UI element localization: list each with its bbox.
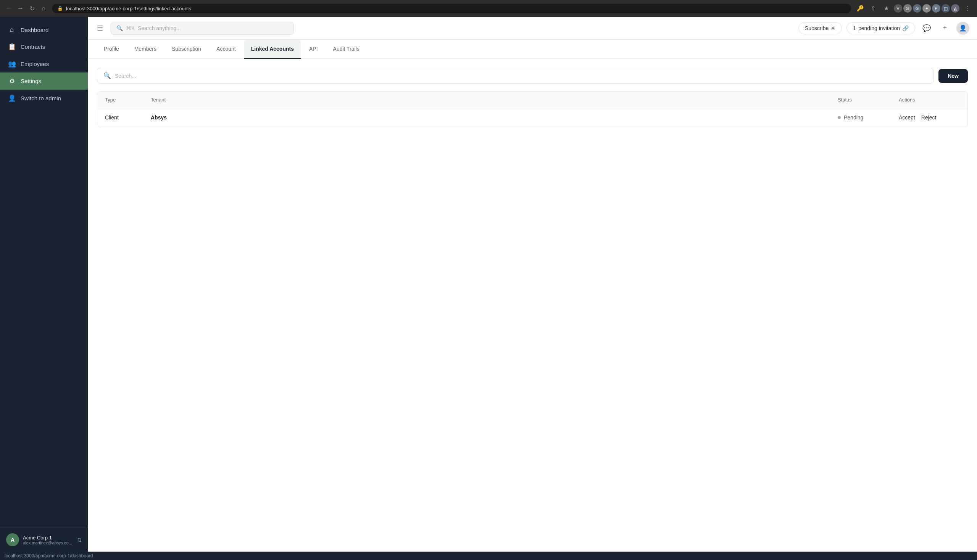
reload-button[interactable]: ↻ [27,4,37,13]
ext-icon-2[interactable]: S [904,4,912,13]
ext-icon-1[interactable]: V [894,4,902,13]
tab-members[interactable]: Members [127,40,163,59]
search-icon-sm: 🔍 [104,72,111,79]
url-text: localhost:3000/app/acme-corp-1/settings/… [66,6,191,12]
tab-linked-accounts[interactable]: Linked Accounts [244,40,301,59]
header-type: Type [105,97,151,103]
sidebar: ⌂ Dashboard 📋 Contracts 👥 Employees ⚙ Se… [0,17,88,552]
sidebar-item-employees[interactable]: 👥 Employees [0,55,88,72]
header-actions: Actions [899,97,960,103]
dashboard-icon: ⌂ [8,26,16,33]
accept-button[interactable]: Accept [899,115,915,120]
main-content: ☰ 🔍 Subscribe ✳ 1 pending invitation 🔗 💬… [88,17,977,552]
reject-button[interactable]: Reject [921,115,937,120]
table-row: Client Absys Pending Accept Reject [97,108,967,127]
ext-icon-6[interactable]: ◫ [942,4,950,13]
user-avatar-button[interactable]: 👤 [956,22,969,35]
sidebar-footer[interactable]: A Acme Corp 1 alex.martinez@absys.co... … [0,528,88,552]
linked-accounts-search-input[interactable] [115,73,927,79]
browser-nav-buttons: ← → ↻ ⌂ [5,4,48,13]
sidebar-footer-info: Acme Corp 1 alex.martinez@absys.co... [23,535,73,545]
sidebar-item-label-contracts: Contracts [21,43,45,50]
settings-icon: ⚙ [8,77,16,85]
sidebar-item-switch-admin[interactable]: 👤 Switch to admin [0,90,88,107]
header-status: Status [838,97,899,103]
global-search-bar[interactable]: 🔍 [111,22,294,35]
ext-icon-3[interactable]: G [913,4,921,13]
tab-account[interactable]: Account [209,40,243,59]
tab-api[interactable]: API [302,40,325,59]
browser-chrome: ← → ↻ ⌂ 🔒 localhost:3000/app/acme-corp-1… [0,0,977,17]
subscribe-button[interactable]: Subscribe ✳ [798,22,842,34]
ext-icon-7[interactable]: ◭ [951,4,959,13]
ext-icon-4[interactable]: ✦ [922,4,931,13]
share-btn[interactable]: ⇧ [868,3,878,14]
sidebar-item-label-settings: Settings [21,78,41,84]
tab-audit-trails[interactable]: Audit Trails [326,40,366,59]
sidebar-nav: ⌂ Dashboard 📋 Contracts 👥 Employees ⚙ Se… [0,17,88,528]
subscribe-label: Subscribe [805,25,828,31]
tab-profile[interactable]: Profile [97,40,126,59]
linked-accounts-table: Type Tenant Status Actions Client Absys … [97,91,968,127]
bookmark-btn[interactable]: ★ [881,3,892,14]
pending-label: pending invitation [858,25,900,31]
browser-toolbar-right: 🔑 ⇧ ★ V S G ✦ P ◫ ◭ ⋮ [855,3,972,14]
settings-content: 🔍 New Type Tenant Status Actions Client [88,59,977,136]
sidebar-item-contracts[interactable]: 📋 Contracts [0,38,88,55]
switch-admin-icon: 👤 [8,94,16,102]
sidebar-item-label-switch-admin: Switch to admin [21,95,61,102]
settings-tabs: Profile Members Subscription Account Lin… [88,40,977,59]
contracts-icon: 📋 [8,43,16,51]
sidebar-item-dashboard[interactable]: ⌂ Dashboard [0,22,88,38]
cell-type: Client [105,115,151,120]
lock-icon: 🔒 [57,6,63,11]
home-button[interactable]: ⌂ [39,4,48,13]
user-email: alex.martinez@absys.co... [23,540,73,545]
link-icon: 🔗 [902,25,909,31]
company-name: Acme Corp 1 [23,535,73,540]
linked-accounts-search[interactable]: 🔍 [97,68,934,83]
topbar: ☰ 🔍 Subscribe ✳ 1 pending invitation 🔗 💬… [88,17,977,40]
status-url: localhost:3000/app/acme-corp-1/dashboard [5,553,93,558]
header-tenant: Tenant [151,97,838,103]
cell-actions: Accept Reject [899,115,960,120]
sidebar-item-label-employees: Employees [21,61,49,67]
search-input[interactable] [126,25,288,31]
table-header: Type Tenant Status Actions [97,92,967,108]
subscribe-sparkle-icon: ✳ [831,25,835,31]
employees-icon: 👥 [8,60,16,68]
sidebar-item-settings[interactable]: ⚙ Settings [0,72,88,90]
settings-page: Profile Members Subscription Account Lin… [88,40,977,552]
add-button[interactable]: + [938,22,952,35]
browser-extensions: V S G ✦ P ◫ ◭ [894,4,959,13]
ext-icon-5[interactable]: P [932,4,940,13]
app-wrapper: ⌂ Dashboard 📋 Contracts 👥 Employees ⚙ Se… [0,17,977,552]
new-button[interactable]: New [939,69,968,83]
tab-subscription[interactable]: Subscription [165,40,208,59]
address-bar[interactable]: 🔒 localhost:3000/app/acme-corp-1/setting… [52,4,851,13]
cell-tenant: Absys [151,115,838,120]
status-dot [838,116,841,119]
chat-button[interactable]: 💬 [920,22,934,35]
hamburger-button[interactable]: ☰ [95,23,105,34]
back-button[interactable]: ← [5,4,14,13]
pending-invitation-button[interactable]: 1 pending invitation 🔗 [847,22,915,34]
search-icon: 🔍 [116,25,123,31]
status-bar: localhost:3000/app/acme-corp-1/dashboard [0,552,977,560]
sidebar-item-label-dashboard: Dashboard [21,27,48,33]
status-text: Pending [844,115,863,120]
forward-button[interactable]: → [16,4,25,13]
pending-count: 1 [853,25,856,31]
key-icon-btn[interactable]: 🔑 [855,3,865,14]
chevron-up-down-icon: ⇅ [77,537,82,543]
cell-status: Pending [838,115,899,120]
menu-btn[interactable]: ⋮ [962,3,972,14]
content-toolbar: 🔍 New [97,68,968,83]
topbar-right: Subscribe ✳ 1 pending invitation 🔗 💬 + 👤 [798,22,969,35]
avatar: A [6,533,19,546]
